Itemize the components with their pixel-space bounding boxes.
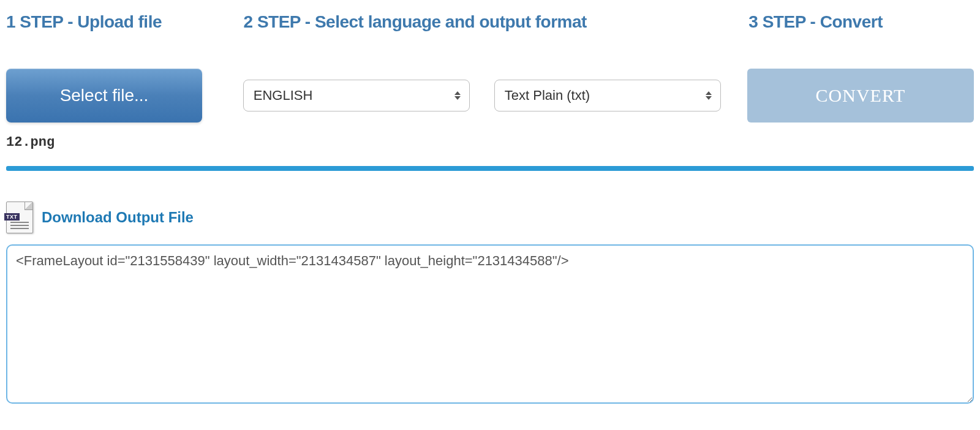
controls-row: Select file... ENGLISH Text Plain (txt) … (6, 69, 974, 123)
download-row: TXT Download Output File (6, 202, 974, 233)
updown-icon (706, 91, 712, 100)
txt-file-icon: TXT (6, 202, 33, 233)
step3-title: 3 STEP - Convert (748, 12, 974, 32)
language-select[interactable]: ENGLISH (243, 80, 470, 111)
uploaded-filename: 12.png (6, 135, 974, 150)
convert-button[interactable]: CONVERT (747, 69, 974, 123)
divider (6, 166, 974, 171)
step2-title: 2 STEP - Select language and output form… (244, 12, 749, 32)
format-select-value: Text Plain (txt) (505, 88, 590, 104)
output-textarea[interactable] (6, 244, 974, 404)
step1-title: 1 STEP - Upload file (6, 12, 244, 32)
updown-icon (454, 91, 461, 100)
txt-badge: TXT (4, 213, 20, 221)
download-output-link[interactable]: Download Output File (42, 209, 194, 226)
txt-lines-decoration (10, 222, 29, 231)
steps-header-row: 1 STEP - Upload file 2 STEP - Select lan… (6, 12, 974, 32)
language-select-value: ENGLISH (254, 88, 313, 104)
select-file-button[interactable]: Select file... (6, 69, 202, 123)
format-select[interactable]: Text Plain (txt) (494, 80, 721, 111)
